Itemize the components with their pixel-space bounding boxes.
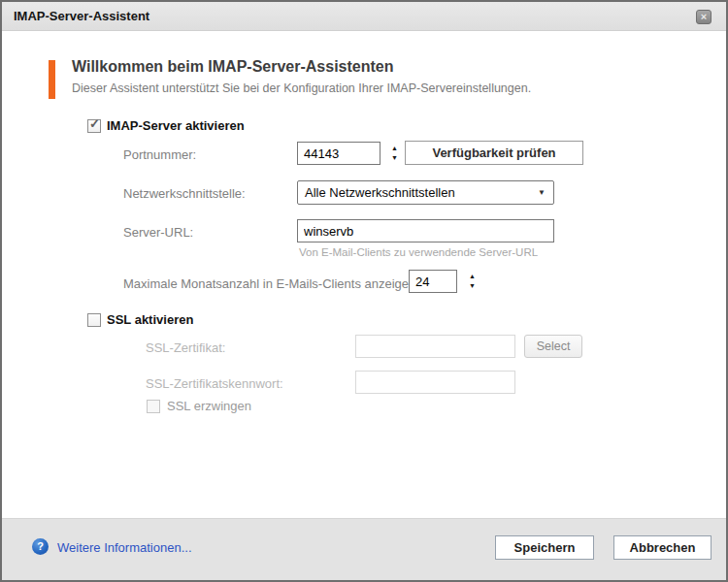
spin-up-icon[interactable]: ▲ xyxy=(388,144,401,153)
accent-bar xyxy=(49,60,55,99)
spin-down-icon[interactable]: ▼ xyxy=(466,281,479,291)
ssl-certificate-input xyxy=(355,335,515,358)
ssl-cert-password-label: SSL-Zertifikatskennwort: xyxy=(146,376,283,391)
footer-bar: ? Weitere Informationen... Speichern Abb… xyxy=(2,518,726,580)
save-button[interactable]: Speichern xyxy=(495,535,594,560)
check-availability-button[interactable]: Verfügbarkeit prüfen xyxy=(405,141,583,165)
server-url-hint: Von E-Mail-Clients zu verwendende Server… xyxy=(299,246,538,258)
close-icon[interactable]: × xyxy=(696,10,711,24)
max-months-label: Maximale Monatsanzahl in E-Mails-Clients… xyxy=(123,276,419,291)
more-info-link[interactable]: Weitere Informationen... xyxy=(57,540,192,555)
enable-ssl-label: SSL aktivieren xyxy=(107,312,193,327)
port-label: Portnummer: xyxy=(123,147,196,162)
ssl-certificate-select-button: Select xyxy=(524,335,582,358)
imap-wizard-dialog: IMAP-Server-Assistent × Willkommen beim … xyxy=(0,0,728,582)
max-months-input[interactable] xyxy=(409,270,457,293)
port-stepper: ▲ ▼ xyxy=(388,144,401,163)
network-interface-value: Alle Netzwerkschnittstellen xyxy=(305,185,455,200)
enable-imap-checkbox[interactable]: ✓ xyxy=(87,119,101,133)
enable-imap-label: IMAP-Server aktivieren xyxy=(107,118,245,133)
ssl-cert-password-input xyxy=(355,371,515,394)
help-icon[interactable]: ? xyxy=(32,538,49,555)
server-url-label: Server-URL: xyxy=(123,225,193,240)
page-title: Willkommen beim IMAP-Server-Assistenten xyxy=(72,58,394,76)
page-subtitle: Dieser Assistent unterstützt Sie bei der… xyxy=(72,81,531,95)
cancel-button[interactable]: Abbrechen xyxy=(613,535,711,560)
force-ssl-checkbox xyxy=(147,400,160,413)
ssl-certificate-label: SSL-Zertifikat: xyxy=(146,340,225,355)
network-interface-select[interactable]: Alle Netzwerkschnittstellen ▼ xyxy=(297,180,554,205)
force-ssl-label: SSL erzwingen xyxy=(167,399,251,413)
spin-down-icon[interactable]: ▼ xyxy=(388,153,401,163)
network-interface-label: Netzwerkschnittstelle: xyxy=(123,186,246,201)
enable-ssl-checkbox[interactable] xyxy=(87,313,101,327)
window-title: IMAP-Server-Assistent xyxy=(14,2,149,31)
check-icon: ✓ xyxy=(89,116,100,131)
max-months-stepper: ▲ ▼ xyxy=(466,272,479,291)
server-url-input[interactable] xyxy=(297,219,554,242)
title-bar: IMAP-Server-Assistent × xyxy=(2,2,726,31)
chevron-down-icon: ▼ xyxy=(538,181,546,204)
spin-up-icon[interactable]: ▲ xyxy=(466,272,479,281)
port-input[interactable] xyxy=(297,142,381,165)
